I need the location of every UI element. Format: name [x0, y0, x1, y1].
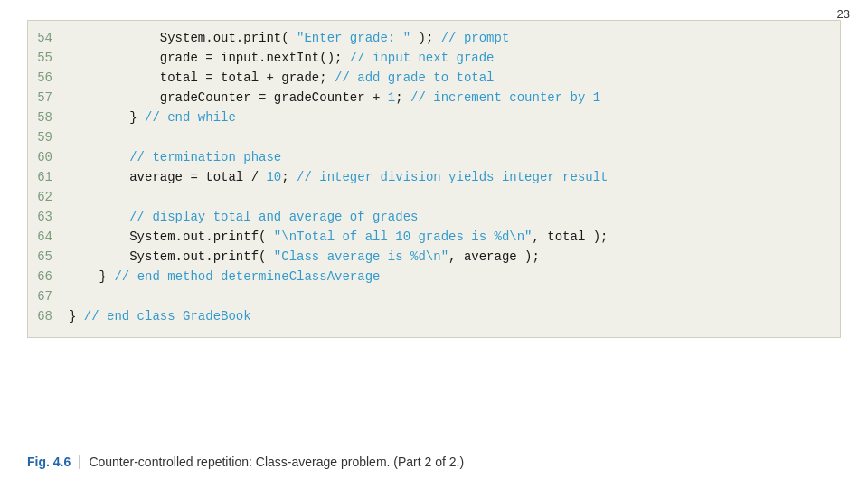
comment-token: // display total and average of grades [69, 210, 418, 224]
line-number: 65 [28, 249, 69, 264]
plain-token: System.out.printf( [69, 249, 274, 264]
line-number: 58 [28, 110, 69, 125]
line-code: gradeCounter = gradeCounter + 1; // incr… [69, 90, 600, 105]
line-code: System.out.print( "Enter grade: " ); // … [69, 31, 509, 45]
line-code: // display total and average of grades [69, 210, 418, 224]
line-number: 66 [28, 269, 69, 284]
code-line: 68} // end class GradeBook [28, 308, 840, 328]
line-number: 64 [28, 230, 69, 244]
str-token: "Enter grade: " [297, 31, 410, 45]
code-line: 58 } // end while [28, 109, 840, 129]
num-token: 1 [388, 90, 395, 105]
line-code: } // end while [69, 110, 236, 125]
code-line: 57 gradeCounter = gradeCounter + 1; // i… [28, 89, 840, 109]
code-line: 60 // termination phase [28, 149, 840, 169]
code-line: 59 [28, 129, 840, 149]
line-number: 59 [28, 130, 69, 145]
code-line: 64 System.out.printf( "\nTotal of all 10… [28, 229, 840, 249]
comment-token: // end while [145, 110, 236, 125]
comment-token: // end class GradeBook [84, 309, 251, 324]
comment-token: // termination phase [69, 150, 281, 164]
line-number: 63 [28, 210, 69, 224]
plain-token: ); [410, 31, 441, 45]
plain-token: , average ); [448, 249, 540, 264]
code-line: 66 } // end method determineClassAverage [28, 268, 840, 288]
str-token: "Class average is %d\n" [274, 249, 448, 264]
page-number: 23 [837, 7, 850, 21]
code-line: 54 System.out.print( "Enter grade: " ); … [28, 30, 840, 50]
line-code: } // end class GradeBook [69, 309, 251, 324]
comment-token: // increment counter by 1 [410, 90, 600, 105]
line-number: 57 [28, 90, 69, 105]
plain-token: System.out.print( [69, 31, 297, 45]
comment-token: // prompt [441, 31, 510, 45]
plain-token: } [69, 110, 145, 125]
line-number: 55 [28, 51, 69, 65]
code-block: 54 System.out.print( "Enter grade: " ); … [27, 20, 841, 338]
code-line: 65 System.out.printf( "Class average is … [28, 249, 840, 268]
code-line: 56 total = total + grade; // add grade t… [28, 70, 840, 89]
line-number: 60 [28, 150, 69, 164]
plain-token: total = total + grade; [69, 70, 335, 85]
num-token: 10 [266, 170, 281, 184]
plain-token: gradeCounter = gradeCounter + [69, 90, 388, 105]
line-code: grade = input.nextInt(); // input next g… [69, 51, 495, 65]
comment-token: // end method determineClassAverage [114, 269, 380, 284]
code-line: 61 average = total / 10; // integer divi… [28, 169, 840, 189]
plain-token: } [69, 269, 114, 284]
plain-token: , total ); [533, 230, 609, 244]
line-number: 56 [28, 70, 69, 85]
code-line: 67 [28, 288, 840, 308]
str-token: "\nTotal of all 10 grades is %d\n" [274, 230, 533, 244]
caption-fig-label: Fig. 4.6 [27, 455, 71, 469]
line-code: } // end method determineClassAverage [69, 269, 380, 284]
plain-token: } [69, 309, 84, 324]
comment-token: // add grade to total [335, 70, 494, 85]
line-code: total = total + grade; // add grade to t… [69, 70, 495, 85]
line-code: System.out.printf( "Class average is %d\… [69, 249, 540, 264]
line-code: average = total / 10; // integer divisio… [69, 170, 609, 184]
code-line: 63 // display total and average of grade… [28, 209, 840, 229]
plain-token: grade = input.nextInt(); [69, 51, 350, 65]
plain-token: System.out.printf( [69, 230, 274, 244]
line-number: 67 [28, 289, 69, 304]
caption-text: Counter-controlled repetition: Class-ave… [89, 455, 464, 469]
comment-token: // input next grade [350, 51, 495, 65]
line-number: 54 [28, 31, 69, 45]
line-number: 62 [28, 190, 69, 204]
plain-token: average = total / [69, 170, 266, 184]
line-code: // termination phase [69, 150, 281, 164]
plain-token: ; [395, 90, 410, 105]
line-code: System.out.printf( "\nTotal of all 10 gr… [69, 230, 609, 244]
code-line: 55 grade = input.nextInt(); // input nex… [28, 50, 840, 70]
line-number: 68 [28, 309, 69, 324]
caption-separator: | [78, 454, 81, 470]
line-number: 61 [28, 170, 69, 184]
comment-token: // integer division yields integer resul… [297, 170, 608, 184]
figure-caption: Fig. 4.6 | Counter-controlled repetition… [27, 454, 841, 470]
plain-token: ; [281, 170, 297, 184]
code-line: 62 [28, 189, 840, 209]
